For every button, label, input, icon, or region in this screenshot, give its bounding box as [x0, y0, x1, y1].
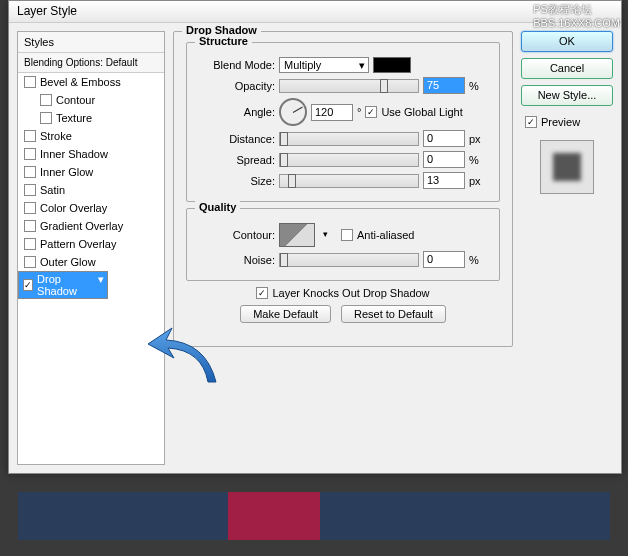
style-item-label: Inner Shadow	[40, 148, 108, 160]
ok-button[interactable]: OK	[521, 31, 613, 52]
style-item-label: Color Overlay	[40, 202, 107, 214]
style-item-label: Gradient Overlay	[40, 220, 123, 232]
style-item-label: Outer Glow	[40, 256, 96, 268]
style-item-inner-shadow[interactable]: Inner Shadow	[18, 145, 164, 163]
style-item-label: Drop Shadow	[37, 273, 91, 297]
cancel-button[interactable]: Cancel	[521, 58, 613, 79]
size-input[interactable]: 13	[423, 172, 465, 189]
shadow-color-swatch[interactable]	[373, 57, 411, 73]
style-item-texture[interactable]: Texture	[18, 109, 164, 127]
knockout-checkbox[interactable]: ✓	[256, 287, 268, 299]
style-item-contour[interactable]: Contour	[18, 91, 164, 109]
quality-legend: Quality	[195, 201, 240, 213]
noise-slider[interactable]	[279, 253, 419, 267]
style-checkbox[interactable]	[24, 166, 36, 178]
style-checkbox[interactable]	[24, 130, 36, 142]
size-slider[interactable]	[279, 174, 419, 188]
style-checkbox[interactable]	[24, 202, 36, 214]
style-checkbox[interactable]	[24, 184, 36, 196]
style-item-drop-shadow[interactable]: ✓Drop Shadow	[18, 271, 108, 299]
style-item-stroke[interactable]: Stroke	[18, 127, 164, 145]
style-checkbox[interactable]	[24, 76, 36, 88]
style-item-gradient-overlay[interactable]: Gradient Overlay	[18, 217, 164, 235]
size-unit: px	[469, 175, 481, 187]
style-item-label: Texture	[56, 112, 92, 124]
style-checkbox[interactable]	[24, 220, 36, 232]
preview-label: Preview	[541, 116, 580, 128]
style-checkbox[interactable]	[40, 94, 52, 106]
style-item-label: Stroke	[40, 130, 72, 142]
style-item-pattern-overlay[interactable]: Pattern Overlay	[18, 235, 164, 253]
drop-shadow-panel: Drop Shadow Structure Blend Mode: Multip…	[173, 31, 513, 347]
global-light-checkbox[interactable]: ✓	[365, 106, 377, 118]
watermark: PS教程论坛 BBS.16XX8.COM	[533, 2, 620, 29]
opacity-input[interactable]: 75	[423, 77, 465, 94]
noise-input[interactable]: 0	[423, 251, 465, 268]
distance-slider[interactable]	[279, 132, 419, 146]
style-item-inner-glow[interactable]: Inner Glow	[18, 163, 164, 181]
angle-unit: °	[357, 106, 361, 118]
style-item-label: Satin	[40, 184, 65, 196]
style-item-label: Contour	[56, 94, 95, 106]
contour-label: Contour:	[195, 229, 275, 241]
opacity-unit: %	[469, 80, 479, 92]
noise-label: Noise:	[195, 254, 275, 266]
noise-unit: %	[469, 254, 479, 266]
spread-label: Spread:	[195, 154, 275, 166]
knockout-label: Layer Knocks Out Drop Shadow	[272, 287, 429, 299]
preview-checkbox[interactable]: ✓	[525, 116, 537, 128]
style-item-bevel-emboss[interactable]: Bevel & Emboss	[18, 73, 164, 91]
background-strip	[18, 492, 610, 540]
styles-header[interactable]: Styles	[18, 32, 164, 53]
distance-unit: px	[469, 133, 481, 145]
opacity-slider[interactable]	[279, 79, 419, 93]
spread-input[interactable]: 0	[423, 151, 465, 168]
style-item-color-overlay[interactable]: Color Overlay	[18, 199, 164, 217]
style-checkbox[interactable]	[24, 256, 36, 268]
distance-input[interactable]: 0	[423, 130, 465, 147]
style-item-label: Inner Glow	[40, 166, 93, 178]
structure-fieldset: Structure Blend Mode: Multiply Opacity: …	[186, 42, 500, 202]
blend-mode-select[interactable]: Multiply	[279, 57, 369, 73]
style-checkbox[interactable]	[40, 112, 52, 124]
angle-label: Angle:	[195, 106, 275, 118]
blending-options-header[interactable]: Blending Options: Default	[18, 53, 164, 73]
make-default-button[interactable]: Make Default	[240, 305, 331, 323]
style-item-satin[interactable]: Satin	[18, 181, 164, 199]
style-checkbox[interactable]	[24, 238, 36, 250]
style-item-label: Pattern Overlay	[40, 238, 116, 250]
structure-legend: Structure	[195, 35, 252, 47]
distance-label: Distance:	[195, 133, 275, 145]
contour-picker[interactable]	[279, 223, 315, 247]
antialiased-label: Anti-aliased	[357, 229, 414, 241]
angle-dial[interactable]	[279, 98, 307, 126]
dialog-title: Layer Style	[9, 1, 621, 23]
antialiased-checkbox[interactable]	[341, 229, 353, 241]
quality-fieldset: Quality Contour: Anti-aliased Noise: 0 %	[186, 208, 500, 281]
style-checkbox[interactable]: ✓	[23, 279, 33, 291]
style-item-label: Bevel & Emboss	[40, 76, 121, 88]
angle-input[interactable]: 120	[311, 104, 353, 121]
spread-unit: %	[469, 154, 479, 166]
new-style-button[interactable]: New Style...	[521, 85, 613, 106]
style-checkbox[interactable]	[24, 148, 36, 160]
spread-slider[interactable]	[279, 153, 419, 167]
size-label: Size:	[195, 175, 275, 187]
layer-style-dialog: Layer Style Styles Blending Options: Def…	[8, 0, 622, 474]
reset-default-button[interactable]: Reset to Default	[341, 305, 446, 323]
styles-panel: Styles Blending Options: Default Bevel &…	[17, 31, 165, 465]
blend-mode-label: Blend Mode:	[195, 59, 275, 71]
preview-swatch	[540, 140, 594, 194]
style-item-outer-glow[interactable]: Outer Glow	[18, 253, 164, 271]
opacity-label: Opacity:	[195, 80, 275, 92]
global-light-label: Use Global Light	[381, 106, 462, 118]
